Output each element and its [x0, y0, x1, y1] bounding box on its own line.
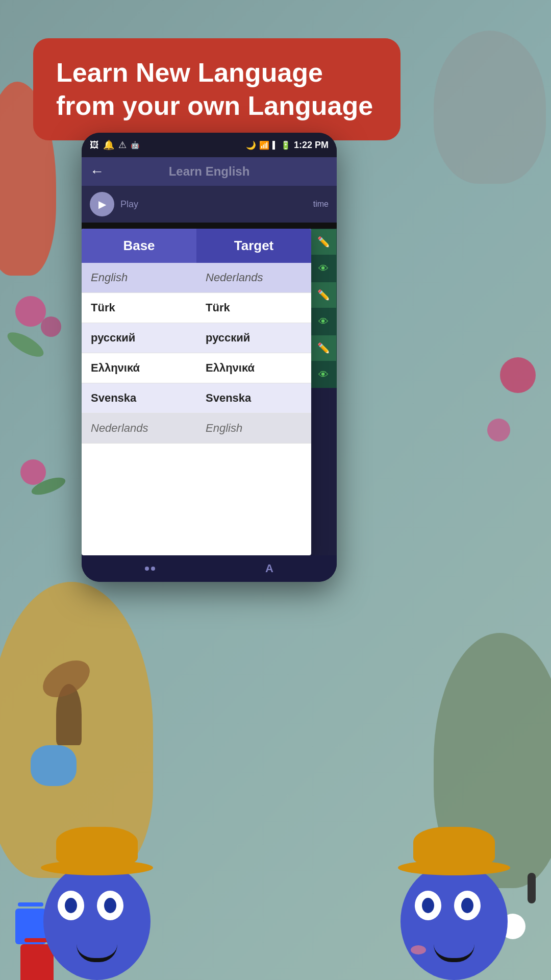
controls-description: Play	[120, 199, 138, 210]
mini-icon-3: ✏️	[310, 282, 337, 308]
flower2	[41, 316, 61, 337]
timer-label: time	[313, 200, 329, 209]
base-lang-english[interactable]: English	[82, 263, 196, 293]
promo-banner: Learn New Language from your own Languag…	[33, 38, 400, 140]
wifi-icon: 📶	[259, 140, 269, 150]
app-header: ← Learn English	[82, 157, 337, 186]
mini-icon-2: 👁	[310, 255, 337, 282]
flower3	[20, 459, 46, 485]
base-lang-greek[interactable]: Ελληνικά	[82, 353, 196, 383]
app-controls: ▶ Play time	[82, 186, 337, 223]
android-icon: 🤖	[131, 141, 139, 149]
language-picker-dialog: Base Target English Türk русский Ελληνικ…	[82, 229, 311, 555]
app-title: Learn English	[169, 164, 250, 179]
mini-icon-5: ✏️	[310, 335, 337, 361]
battery-icon: 🔋	[281, 140, 291, 150]
flower4	[500, 357, 536, 393]
lang-picker-body: English Türk русский Ελληνικά Svenska Ne…	[82, 263, 311, 444]
mini-icon-4: 👁	[310, 308, 337, 335]
flower5	[487, 419, 510, 442]
status-bar-right-icons: 🌙 📶 ▌ 🔋 1:22 PM	[246, 140, 329, 151]
mini-icons-column: ✏️ 👁 ✏️ 👁 ✏️ 👁	[310, 229, 337, 388]
nav-dots	[145, 567, 155, 571]
phone-bottom-nav: A	[82, 555, 337, 582]
bird-right-deco	[434, 31, 546, 184]
target-lang-swedish[interactable]: Svenska	[196, 383, 311, 413]
lang-picker-header: Base Target	[82, 229, 311, 263]
font-label: A	[265, 562, 273, 575]
splash-deco	[31, 745, 77, 786]
base-language-column: English Türk русский Ελληνικά Svenska Ne…	[82, 263, 196, 444]
phone-content: ✏️ 👁 ✏️ 👁 ✏️ 👁 Base Target English Türk …	[82, 229, 337, 555]
base-lang-dutch[interactable]: Nederlands	[82, 413, 196, 444]
target-lang-dutch[interactable]: Nederlands	[196, 263, 311, 293]
target-column-header: Target	[196, 229, 311, 263]
image-icon: 🖼	[90, 140, 99, 151]
leaf1	[4, 328, 47, 361]
target-lang-english[interactable]: English	[196, 413, 311, 444]
time-display: 1:22 PM	[294, 140, 329, 151]
base-column-header: Base	[82, 229, 196, 263]
dot1	[145, 567, 149, 571]
mini-icon-6: 👁	[310, 361, 337, 388]
target-language-column: Nederlands Türk русский Ελληνικά Svenska…	[196, 263, 311, 444]
dot2	[151, 567, 155, 571]
phone-mockup: 🖼 🔔 ⚠ 🤖 🌙 📶 ▌ 🔋 1:22 PM ← Learn English …	[82, 133, 337, 582]
notification-icon: 🔔	[103, 139, 114, 151]
status-bar-left-icons: 🖼 🔔 ⚠ 🤖	[90, 139, 139, 151]
signal-icon: ▌	[272, 141, 278, 149]
target-lang-greek[interactable]: Ελληνικά	[196, 353, 311, 383]
back-button[interactable]: ←	[90, 163, 104, 180]
play-button[interactable]: ▶	[90, 192, 114, 216]
base-lang-russian[interactable]: русский	[82, 323, 196, 353]
fish-bottom-right-deco	[434, 633, 551, 888]
mini-icon-1: ✏️	[310, 229, 337, 255]
status-bar: 🖼 🔔 ⚠ 🤖 🌙 📶 ▌ 🔋 1:22 PM	[82, 133, 337, 157]
warning-icon: ⚠	[118, 139, 127, 151]
target-lang-russian[interactable]: русский	[196, 323, 311, 353]
base-lang-turk[interactable]: Türk	[82, 293, 196, 323]
separator-bar	[82, 223, 337, 229]
base-lang-swedish[interactable]: Svenska	[82, 383, 196, 413]
target-lang-turk[interactable]: Türk	[196, 293, 311, 323]
moon-icon: 🌙	[246, 140, 256, 150]
promo-text: Learn New Language from your own Languag…	[56, 56, 378, 122]
